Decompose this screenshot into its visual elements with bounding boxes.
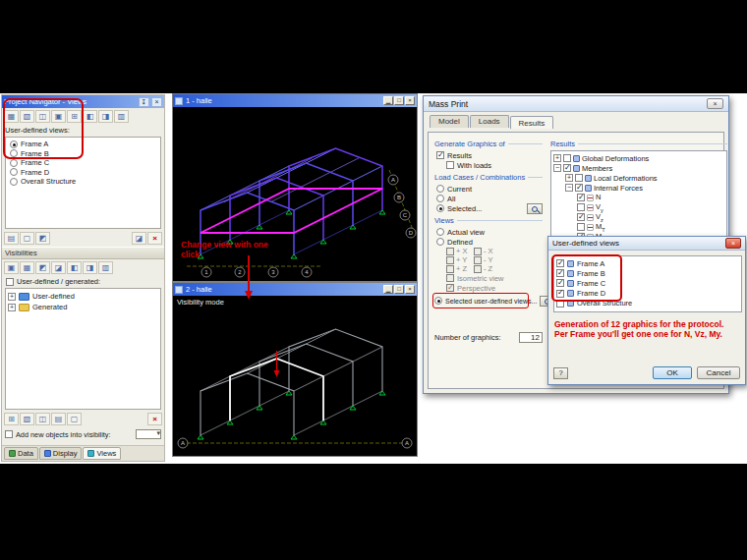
radio-icon[interactable] xyxy=(436,204,444,212)
viewport-2-canvas[interactable]: Visibility mode xyxy=(173,296,417,456)
mass-print-title-bar[interactable]: Mass Print xyxy=(424,96,728,112)
all-radio-row[interactable]: All xyxy=(434,194,543,203)
tab-model[interactable]: Model xyxy=(430,115,469,128)
vis-delete-icon[interactable] xyxy=(147,413,162,425)
expand-icon[interactable] xyxy=(553,154,561,162)
selected-radio-row[interactable]: Selected... xyxy=(434,203,543,213)
current-radio-row[interactable]: Current xyxy=(434,184,543,194)
checkbox-icon[interactable] xyxy=(474,256,482,264)
dialog-item-frame-b[interactable]: Frame B xyxy=(556,268,739,278)
minimize-icon[interactable] xyxy=(383,96,393,105)
tab-display[interactable]: Display xyxy=(39,447,83,460)
next-view-icon[interactable] xyxy=(98,110,113,123)
tree-item-internal-forces[interactable]: Internal Forces xyxy=(553,183,724,193)
restore-icon[interactable] xyxy=(394,96,404,105)
checkbox-icon[interactable] xyxy=(575,184,583,192)
user-defined-views-title-bar[interactable]: User-defined views xyxy=(548,237,745,251)
filter-view-icon[interactable] xyxy=(35,232,50,245)
defined-radio-row[interactable]: Defined xyxy=(434,237,543,247)
close-icon[interactable] xyxy=(707,98,723,109)
visibility-all-icon[interactable] xyxy=(20,261,34,274)
radio-icon[interactable] xyxy=(436,195,444,202)
view-option-frame-d[interactable]: Frame D xyxy=(8,168,158,178)
checkbox-icon[interactable] xyxy=(563,154,571,162)
checkbox-icon[interactable] xyxy=(446,161,454,169)
tree-item-local-deformations[interactable]: Local Deformations xyxy=(553,173,724,183)
ok-button[interactable]: OK xyxy=(653,366,692,379)
add-new-objects-row[interactable]: Add new objects into visibility: xyxy=(2,427,164,441)
checkbox-icon[interactable] xyxy=(556,290,564,298)
tree-item-members[interactable]: Members xyxy=(553,163,724,173)
isometric-checkbox-row[interactable]: Isometric view xyxy=(434,273,543,283)
radio-icon[interactable] xyxy=(436,228,444,236)
checkbox-icon[interactable] xyxy=(446,248,454,255)
user-generated-row[interactable]: User-defined / generated: xyxy=(2,276,164,287)
close-icon[interactable] xyxy=(725,238,741,249)
selected-user-views-radio-row[interactable]: Selected user-defined views... xyxy=(434,295,543,307)
expand-icon[interactable] xyxy=(8,304,16,311)
with-loads-checkbox-row[interactable]: With loads xyxy=(434,160,543,170)
checkbox-icon[interactable] xyxy=(575,174,583,182)
radio-icon[interactable] xyxy=(10,149,18,157)
checkbox-icon[interactable] xyxy=(577,223,585,231)
checkbox-icon[interactable] xyxy=(556,269,564,277)
tab-views[interactable]: Views xyxy=(83,447,121,460)
copy-view-icon[interactable] xyxy=(35,110,50,123)
view-option-frame-c[interactable]: Frame C xyxy=(8,158,158,168)
view-option-frame-a[interactable]: Frame A xyxy=(8,140,158,149)
viewport-2-title-bar[interactable]: 2 - halle xyxy=(173,283,417,296)
radio-icon[interactable] xyxy=(436,238,444,246)
visibility-intersect-icon[interactable] xyxy=(67,261,82,274)
vis-list-icon[interactable] xyxy=(51,413,66,425)
perspective-checkbox-row[interactable]: Perspective xyxy=(434,283,543,293)
tree-item-generated[interactable]: Generated xyxy=(8,302,158,312)
tab-loads[interactable]: Loads xyxy=(470,115,509,128)
pin-icon[interactable] xyxy=(139,97,149,107)
radio-icon[interactable] xyxy=(434,297,442,305)
close-icon[interactable] xyxy=(151,97,162,107)
previous-view-icon[interactable] xyxy=(83,110,97,123)
radio-icon[interactable] xyxy=(10,140,18,148)
restore-icon[interactable] xyxy=(394,285,404,294)
collapse-icon[interactable] xyxy=(553,164,561,172)
view-option-overall[interactable]: Overall Structure xyxy=(8,177,158,187)
tab-results[interactable]: Results xyxy=(510,116,554,129)
dialog-item-frame-c[interactable]: Frame C xyxy=(556,278,739,288)
radio-icon[interactable] xyxy=(10,168,18,176)
dialog-item-overall-structure[interactable]: Overall Structure xyxy=(556,299,739,308)
viewport-1-title-bar[interactable]: 1 - halle xyxy=(173,94,417,107)
view-option-frame-b[interactable]: Frame B xyxy=(8,149,158,159)
navigator-title-bar[interactable]: Project Navigator - Views xyxy=(2,95,164,108)
radio-icon[interactable] xyxy=(436,185,444,193)
visibility-mode-icon[interactable] xyxy=(4,261,19,274)
tree-item-global-deformations[interactable]: Global Deformations xyxy=(553,153,724,163)
new-view-icon[interactable] xyxy=(4,110,19,123)
checkbox-icon[interactable] xyxy=(446,256,454,264)
camera-view-icon[interactable] xyxy=(51,110,66,123)
add-view-icon[interactable] xyxy=(67,110,82,123)
results-checkbox-row[interactable]: Results xyxy=(434,150,543,160)
visibility-invert-icon[interactable] xyxy=(35,261,50,274)
checkbox-icon[interactable] xyxy=(446,284,454,292)
checkbox-icon[interactable] xyxy=(436,151,444,159)
close-icon[interactable] xyxy=(405,96,415,105)
checkbox-icon[interactable] xyxy=(446,274,454,282)
vis-copy-icon[interactable] xyxy=(35,413,50,425)
checkbox-icon[interactable] xyxy=(5,430,13,438)
tree-item-force-n[interactable]: N xyxy=(553,193,724,202)
visibility-settings-icon[interactable] xyxy=(98,261,113,274)
visibility-partial-icon[interactable] xyxy=(83,261,97,274)
checkbox-icon[interactable] xyxy=(6,278,14,286)
actual-view-radio-row[interactable]: Actual view xyxy=(434,227,543,237)
radio-icon[interactable] xyxy=(10,159,18,167)
checkbox-icon[interactable] xyxy=(577,194,585,201)
tab-data[interactable]: Data xyxy=(4,447,38,460)
visibility-union-icon[interactable] xyxy=(51,261,66,274)
dialog-item-frame-a[interactable]: Frame A xyxy=(556,258,739,268)
checkbox-icon[interactable] xyxy=(556,300,564,308)
hide-view-icon[interactable] xyxy=(20,232,34,245)
show-view-icon[interactable] xyxy=(4,232,19,245)
delete-view-icon[interactable] xyxy=(147,232,162,245)
checkbox-icon[interactable] xyxy=(446,265,454,273)
collapse-icon[interactable] xyxy=(565,184,573,192)
